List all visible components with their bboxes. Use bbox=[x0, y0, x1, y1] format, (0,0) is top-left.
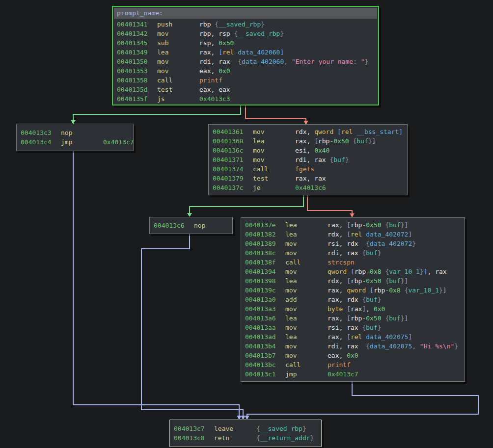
instruction-row[interactable]: 004013a0addrax, rdx {buf} bbox=[241, 295, 465, 304]
function-label[interactable]: prompt_name: bbox=[114, 8, 377, 19]
instruction-address: 00401398 bbox=[245, 276, 285, 286]
token-reg: rsi, rdx bbox=[328, 240, 366, 247]
instruction-row[interactable]: 00401379testrax, rax bbox=[209, 174, 407, 183]
instruction-row[interactable]: 00401341pushrbp {__saved_rbp} bbox=[113, 20, 378, 29]
instruction-address: 00401368 bbox=[213, 136, 253, 146]
instruction-row[interactable]: 004013c6nop bbox=[150, 221, 232, 230]
token-reg bbox=[343, 305, 347, 313]
instruction-row[interactable]: 004013c8retn{__return_addr} bbox=[170, 433, 321, 443]
instruction-row[interactable]: 004013c3nop bbox=[17, 128, 133, 137]
token-br: ] bbox=[405, 315, 409, 322]
token-punct: } bbox=[280, 30, 284, 37]
instruction-address: 00401379 bbox=[213, 174, 253, 183]
instruction-row[interactable]: 004013a3movbyte [rax], 0x0 bbox=[241, 304, 465, 314]
token-reg: eax, eax bbox=[199, 86, 230, 93]
instruction-operands: rdi, rax {data_402060, "Enter your name:… bbox=[199, 58, 368, 65]
token-dsym: data_402060 bbox=[238, 49, 280, 56]
basic-block-prompt-name[interactable]: prompt_name: 00401341pushrbp {__saved_rb… bbox=[112, 6, 379, 105]
token-kw: rel bbox=[351, 333, 362, 341]
instruction-row[interactable]: 0040139cmovrax, qword [rbp-0x8 {var_10_1… bbox=[241, 286, 465, 295]
instruction-row[interactable]: 0040136cmovesi, 0x40 bbox=[209, 146, 407, 155]
instruction-row[interactable]: 00401368learax, [rbp-0x50 {buf}] bbox=[209, 136, 407, 146]
token-br: [ bbox=[314, 137, 318, 145]
instruction-row[interactable]: 0040138cmovrdi, rax {buf} bbox=[241, 248, 465, 258]
instruction-row[interactable]: 0040135fjs0x4013c3 bbox=[113, 94, 378, 104]
instruction-operands: eax, eax bbox=[199, 86, 230, 93]
instruction-row[interactable]: 00401361movrdx, qword [rel __bss_start] bbox=[209, 127, 407, 136]
token-var: buf bbox=[366, 324, 377, 331]
instruction-row[interactable]: 004013c1jmp0x4013c7 bbox=[241, 369, 465, 379]
token-var: var_10_1 bbox=[389, 268, 420, 275]
token-reg: rsp, bbox=[199, 39, 219, 47]
token-str: "Hi %s\n" bbox=[420, 343, 454, 350]
instruction-row[interactable]: 00401345subrsp, 0x50 bbox=[113, 38, 378, 48]
instruction-row[interactable]: 00401374callfgets bbox=[209, 164, 407, 174]
instruction-rows: 004013c6nop bbox=[150, 217, 232, 234]
instruction-address: 004013c8 bbox=[174, 433, 214, 443]
token-punct: { bbox=[256, 425, 260, 432]
instruction-row[interactable]: 00401394movqword [rbp-0x8 {var_10_1}], r… bbox=[241, 267, 465, 276]
token-punct: { bbox=[256, 434, 260, 442]
instruction-row[interactable]: 00401382leardx, [rel data_402072] bbox=[241, 230, 465, 239]
token-punct: } bbox=[401, 315, 405, 322]
instruction-row[interactable]: 004013c7leave{__saved_rbp} bbox=[170, 424, 321, 433]
instruction-row[interactable]: 0040137cje0x4013c6 bbox=[209, 183, 407, 192]
instruction-row[interactable]: 004013bccallprintf bbox=[241, 360, 465, 369]
instruction-row[interactable]: 0040138fcallstrcspn bbox=[241, 258, 465, 267]
edge-false-401361-to-40137e bbox=[307, 195, 355, 217]
instruction-mnemonic: test bbox=[157, 85, 199, 94]
instruction-mnemonic: lea bbox=[285, 276, 328, 286]
token-num: -0x50 bbox=[362, 277, 381, 285]
instruction-row[interactable]: 0040137elearax, [rbp-0x50 {buf}] bbox=[241, 220, 465, 230]
token-reg: esi, bbox=[295, 147, 314, 154]
token-reg: rdx, bbox=[328, 231, 347, 238]
basic-block-4013c7[interactable]: 004013c7leave{__saved_rbp}004013c8retn{_… bbox=[169, 420, 322, 447]
token-target: 0x4013c7 bbox=[328, 370, 358, 378]
instruction-row[interactable]: 00401371movrdi, rax {buf} bbox=[209, 155, 407, 164]
instruction-row[interactable]: 004013c4jmp0x4013c7 bbox=[17, 137, 133, 147]
token-var: buf bbox=[389, 277, 400, 285]
basic-block-4013c6[interactable]: 004013c6nop bbox=[149, 217, 233, 234]
basic-block-401361[interactable]: 00401361movrdx, qword [rel __bss_start]0… bbox=[208, 124, 408, 195]
instruction-row[interactable]: 0040135dtesteax, eax bbox=[113, 85, 378, 94]
token-var: __saved_rbp bbox=[238, 30, 280, 37]
instruction-row[interactable]: 004013b7moveax, 0x0 bbox=[241, 351, 465, 360]
token-reg: rax, rax bbox=[295, 175, 326, 182]
instruction-mnemonic: call bbox=[157, 76, 199, 85]
instruction-address: 004013c1 bbox=[245, 369, 285, 379]
token-dsym: data_402072 bbox=[370, 240, 412, 247]
instruction-row[interactable]: 00401349learax, [rel data_402060] bbox=[113, 48, 378, 57]
instruction-mnemonic: push bbox=[157, 20, 199, 29]
basic-block-4013c3[interactable]: 004013c3nop004013c4jmp0x4013c7 bbox=[16, 124, 134, 151]
instruction-row[interactable]: 004013adlearax, [rel data_402075] bbox=[241, 332, 465, 342]
instruction-row[interactable]: 00401389movrsi, rdx {data_402072} bbox=[241, 239, 465, 248]
token-var: buf bbox=[356, 137, 368, 145]
instruction-address: 00401342 bbox=[117, 29, 157, 38]
instruction-row[interactable]: 00401350movrdi, rax {data_402060, "Enter… bbox=[113, 57, 378, 66]
instruction-row[interactable]: 00401353moveax, 0x0 bbox=[113, 66, 378, 76]
instruction-operands: rax, [rbp-0x50 {buf}] bbox=[328, 315, 408, 322]
instruction-row[interactable]: 004013b4movrdi, rax {data_402075, "Hi %s… bbox=[241, 342, 465, 351]
instruction-rows: 004013c3nop004013c4jmp0x4013c7 bbox=[17, 124, 133, 151]
token-br: [ bbox=[337, 128, 341, 135]
instruction-mnemonic: leave bbox=[214, 424, 256, 433]
instruction-row[interactable]: 004013a6learax, [rbp-0x50 {buf}] bbox=[241, 314, 465, 323]
instruction-operands: rdi, rax {buf} bbox=[295, 156, 349, 163]
instruction-mnemonic: mov bbox=[253, 155, 295, 164]
instruction-row[interactable]: 004013aamovrsi, rax {buf} bbox=[241, 323, 465, 332]
instruction-row[interactable]: 00401342movrbp, rsp {__saved_rbp} bbox=[113, 29, 378, 38]
instruction-operands: {__saved_rbp} bbox=[256, 425, 306, 432]
instruction-address: 00401361 bbox=[213, 127, 253, 136]
basic-block-40137e[interactable]: 0040137elearax, [rbp-0x50 {buf}]00401382… bbox=[241, 217, 465, 382]
token-var: buf bbox=[366, 296, 377, 303]
instruction-operands: 0x4013c3 bbox=[199, 95, 230, 103]
token-kw: rel bbox=[341, 128, 353, 135]
instruction-row[interactable]: 00401398leardx, [rbp-0x50 {buf}] bbox=[241, 276, 465, 286]
graph-canvas[interactable]: prompt_name: 00401341pushrbp {__saved_rb… bbox=[0, 0, 493, 448]
instruction-address: 00401358 bbox=[117, 76, 157, 85]
instruction-address: 004013bc bbox=[245, 360, 285, 369]
token-csym: printf bbox=[328, 361, 351, 369]
instruction-row[interactable]: 00401358callprintf bbox=[113, 76, 378, 85]
token-reg: rbp bbox=[351, 277, 362, 285]
instruction-operands: rdx, [rbp-0x50 {buf}] bbox=[328, 277, 408, 285]
